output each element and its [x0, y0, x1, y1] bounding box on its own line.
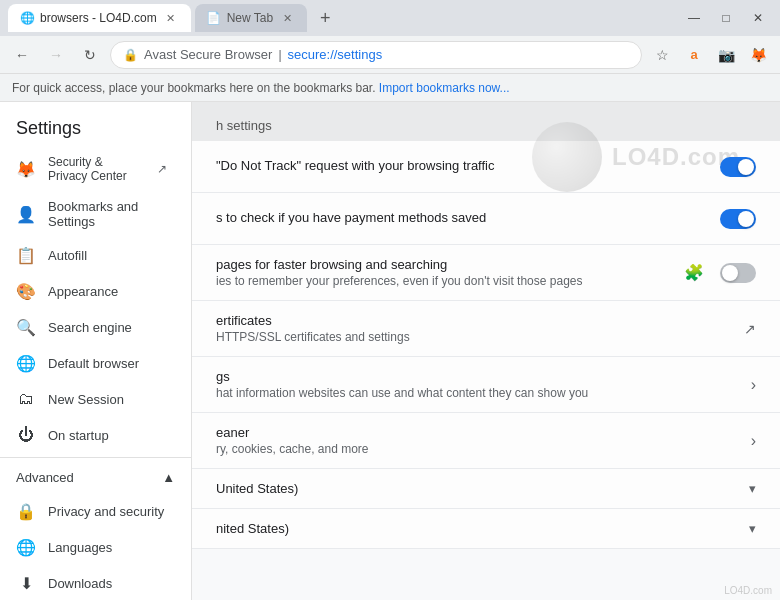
chevron-down-icon-2: ▾	[749, 521, 756, 536]
new-session-icon: 🗂	[16, 389, 36, 409]
sidebar-item-privacy-label: Privacy and security	[48, 504, 164, 519]
advanced-section-header[interactable]: Advanced ▲	[0, 462, 191, 493]
setting-site-settings[interactable]: gs hat information websites can use and …	[192, 357, 780, 413]
search-engine-icon: 🔍	[16, 317, 36, 337]
minimize-button[interactable]: —	[680, 4, 708, 32]
setting-cleaner-text: eaner ry, cookies, cache, and more	[216, 425, 735, 456]
bottom-watermark: LO4D.com	[724, 585, 772, 596]
autofill-icon: 📋	[16, 245, 36, 265]
chevron-right-icon-2: ›	[751, 432, 756, 450]
dropdown-label-1: United States)	[216, 481, 298, 496]
setting-payment-text: s to check if you have payment methods s…	[216, 210, 704, 227]
sidebar-item-bookmarks[interactable]: 👤 Bookmarks and Settings	[0, 191, 183, 237]
languages-icon: 🌐	[16, 537, 36, 557]
sidebar-item-downloads-label: Downloads	[48, 576, 112, 591]
forward-button[interactable]: →	[42, 41, 70, 69]
sidebar-item-default-browser-label: Default browser	[48, 356, 139, 371]
tab-browsers[interactable]: 🌐 browsers - LO4D.com ✕	[8, 4, 191, 32]
setting-cert-desc: HTTPS/SSL certificates and settings	[216, 330, 728, 344]
sidebar-item-languages[interactable]: 🌐 Languages	[0, 529, 183, 565]
sidebar-item-autofill[interactable]: 📋 Autofill	[0, 237, 183, 273]
url-separator: |	[278, 48, 281, 62]
toggle-thumb	[722, 265, 738, 281]
do-not-track-toggle[interactable]	[720, 157, 756, 177]
advanced-label: Advanced	[16, 470, 74, 485]
chevron-down-icon-1: ▾	[749, 481, 756, 496]
setting-payment-title: s to check if you have payment methods s…	[216, 210, 704, 225]
advanced-collapse-icon: ▲	[162, 470, 175, 485]
content-area: LO4D.com h settings "Do Not Track" reque…	[192, 102, 780, 600]
setting-cleaner-title: eaner	[216, 425, 735, 440]
reload-button[interactable]: ↻	[76, 41, 104, 69]
sidebar: Settings 🦊 Security & Privacy Center ↗ 👤…	[0, 102, 192, 600]
faster-browsing-toggle[interactable]	[720, 263, 756, 283]
setting-site-title: gs	[216, 369, 735, 384]
sidebar-item-autofill-label: Autofill	[48, 248, 87, 263]
url-site-label: Avast Secure Browser	[144, 47, 272, 62]
sidebar-item-languages-label: Languages	[48, 540, 112, 555]
dropdown-value-2: ▾	[749, 521, 756, 536]
tab-close-newtab[interactable]: ✕	[279, 10, 295, 26]
maximize-button[interactable]: □	[712, 4, 740, 32]
setting-do-not-track: "Do Not Track" request with your browsin…	[192, 141, 780, 193]
sidebar-item-search-label: Search engine	[48, 320, 132, 335]
dropdown-row-2[interactable]: nited States) ▾	[192, 509, 780, 549]
sidebar-item-search[interactable]: 🔍 Search engine	[0, 309, 183, 345]
settings-content-header: h settings	[192, 102, 780, 141]
lock-icon: 🔒	[123, 48, 138, 62]
setting-do-not-track-text: "Do Not Track" request with your browsin…	[216, 158, 704, 175]
tab-newtab[interactable]: 📄 New Tab ✕	[195, 4, 307, 32]
url-path-label: secure://settings	[288, 47, 383, 62]
avast-shield-icon[interactable]: 🦊	[744, 41, 772, 69]
payment-toggle[interactable]	[720, 209, 756, 229]
setting-cleaner-desc: ry, cookies, cache, and more	[216, 442, 735, 456]
tab-favicon-browsers: 🌐	[20, 11, 34, 25]
setting-certificates: ertificates HTTPS/SSL certificates and s…	[192, 301, 780, 357]
star-icon[interactable]: ☆	[648, 41, 676, 69]
url-bar[interactable]: 🔒 Avast Secure Browser | secure://settin…	[110, 41, 642, 69]
back-button[interactable]: ←	[8, 41, 36, 69]
camera-icon[interactable]: 📷	[712, 41, 740, 69]
setting-do-not-track-title: "Do Not Track" request with your browsin…	[216, 158, 704, 173]
sidebar-item-on-startup[interactable]: ⏻ On startup	[0, 417, 183, 453]
avast-icon[interactable]: a	[680, 41, 708, 69]
dropdown-row-1[interactable]: United States) ▾	[192, 469, 780, 509]
toggle-thumb	[738, 211, 754, 227]
content-overlay: LO4D.com h settings "Do Not Track" reque…	[192, 102, 780, 600]
tab-close-browsers[interactable]: ✕	[163, 10, 179, 26]
sidebar-item-bookmarks-label: Bookmarks and Settings	[48, 199, 167, 229]
setting-faster-text: pages for faster browsing and searching …	[216, 257, 668, 288]
setting-cleaner[interactable]: eaner ry, cookies, cache, and more ›	[192, 413, 780, 469]
new-tab-button[interactable]: +	[311, 4, 339, 32]
chevron-right-icon: ›	[751, 376, 756, 394]
setting-faster-desc: ies to remember your preferences, even i…	[216, 274, 668, 288]
bookmarks-bar: For quick access, place your bookmarks h…	[0, 74, 780, 102]
close-button[interactable]: ✕	[744, 4, 772, 32]
import-bookmarks-link[interactable]: Import bookmarks now...	[379, 81, 510, 95]
sidebar-item-default-browser[interactable]: 🌐 Default browser	[0, 345, 183, 381]
default-browser-icon: 🌐	[16, 353, 36, 373]
sidebar-item-security[interactable]: 🦊 Security & Privacy Center ↗	[0, 147, 183, 191]
sidebar-divider	[0, 457, 191, 458]
bookmarks-bar-text: For quick access, place your bookmarks h…	[12, 81, 376, 95]
appearance-icon: 🎨	[16, 281, 36, 301]
sidebar-item-downloads[interactable]: ⬇ Downloads	[0, 565, 183, 600]
titlebar: 🌐 browsers - LO4D.com ✕ 📄 New Tab ✕ + — …	[0, 0, 780, 36]
on-startup-icon: ⏻	[16, 425, 36, 445]
setting-site-text: gs hat information websites can use and …	[216, 369, 735, 400]
ext-link-icon[interactable]: ↗	[744, 321, 756, 337]
dropdown-value-1: ▾	[749, 481, 756, 496]
tab-favicon-newtab: 📄	[207, 11, 221, 25]
sidebar-item-privacy[interactable]: 🔒 Privacy and security	[0, 493, 183, 529]
address-bar: ← → ↻ 🔒 Avast Secure Browser | secure://…	[0, 36, 780, 74]
setting-payment-methods: s to check if you have payment methods s…	[192, 193, 780, 245]
setting-faster-browsing: pages for faster browsing and searching …	[192, 245, 780, 301]
sidebar-item-new-session[interactable]: 🗂 New Session	[0, 381, 183, 417]
sidebar-item-appearance[interactable]: 🎨 Appearance	[0, 273, 183, 309]
puzzle-icon: 🧩	[684, 263, 704, 282]
sidebar-item-security-label: Security & Privacy Center	[48, 155, 145, 183]
setting-faster-title: pages for faster browsing and searching	[216, 257, 668, 272]
tab-label-newtab: New Tab	[227, 11, 273, 25]
security-icon: 🦊	[16, 159, 36, 179]
downloads-icon: ⬇	[16, 573, 36, 593]
